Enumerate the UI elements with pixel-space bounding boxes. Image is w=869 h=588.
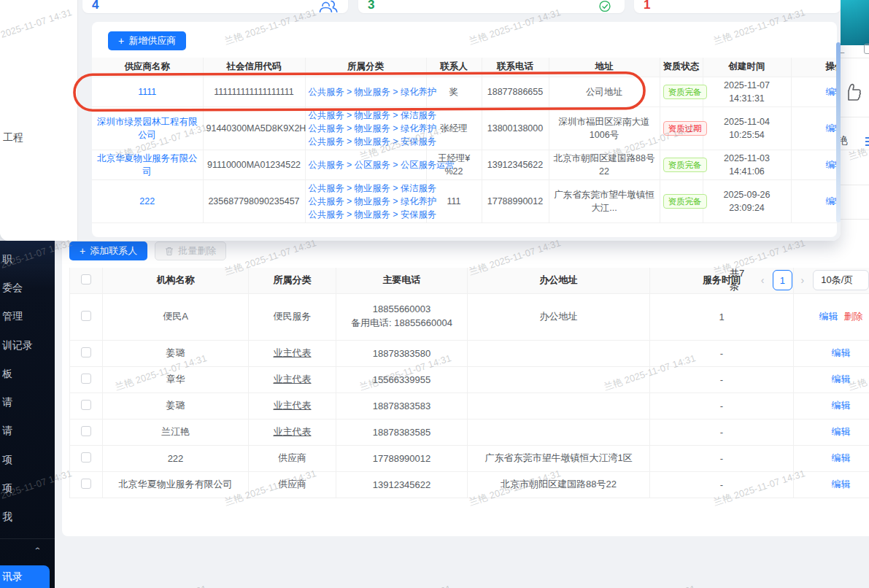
org-name: 姜璐 [103,392,249,419]
contact-row: 章华业主代表15566339955-编辑 [70,366,869,392]
check-circle-icon [597,0,613,12]
prev-page-button[interactable]: ‹ [760,274,766,286]
org-name: 便民A [103,293,249,340]
category-link[interactable]: 公共服务 > 物业服务 > 绿化养护 [309,85,423,98]
office-address [468,392,650,419]
primary-phone: 17788990012 [373,453,431,464]
status-badge: 资质过期 [663,121,707,136]
supplier-name-link[interactable]: 1111 [138,87,156,97]
service-time: - [650,471,794,498]
add-contact-button[interactable]: + 添加联系人 [69,241,147,260]
created-cell: 2025-11-07 14:31:31 [703,77,791,107]
supplier-row: 1111111111111111111111公共服务 > 物业服务 > 绿化养护… [92,77,837,107]
row-checkbox[interactable] [81,479,91,489]
sidebar-item[interactable]: 管理 [0,303,55,331]
phone-cell: 18877886655 [482,77,549,107]
office-address [468,340,650,366]
row-checkbox[interactable] [81,311,91,321]
sidebar-item[interactable]: 项 [0,446,55,474]
row-checkbox[interactable] [81,452,91,463]
edit-link[interactable]: 编辑 [826,196,838,206]
row-checkbox[interactable] [81,347,91,357]
address-cell: 公司地址 [549,77,660,107]
actions-cell: 编辑 [794,419,869,445]
row-checkbox[interactable] [81,426,91,436]
category-link[interactable]: 公共服务 > 物业服务 > 安保服务 [309,135,423,148]
category-cell: 供应商 [278,452,306,463]
edit-link[interactable]: 编辑 [832,426,851,437]
sidebar-collapse-button[interactable]: ⌃ [0,538,55,562]
window-icon[interactable] [864,44,869,54]
sidebar-item[interactable]: 请 [0,417,55,446]
category-cell: 业主代表 [274,426,312,437]
actions-cell: 编辑 [791,107,837,150]
supplier-column-header: 社会信用代码 [203,58,305,77]
edit-link[interactable]: 编辑 [819,311,838,322]
background-window-strip: – 艳 [836,0,869,241]
supplier-table-card: + 新增供应商 供应商名称社会信用代码所属分类联系人联系电话地址资质状态创建时间… [92,22,837,237]
sidebar-item[interactable]: 板 [0,360,55,388]
add-supplier-button[interactable]: + 新增供应商 [108,31,186,50]
edit-link[interactable]: 编辑 [826,160,838,170]
page-size-value: 10条/页 [821,274,853,287]
status-badge: 资质完备 [663,194,707,209]
supplier-name-link[interactable]: 222 [139,196,155,206]
batch-delete-button[interactable]: 批量删除 [155,241,226,260]
backup-phone: 备用电话: 18855660004 [339,317,464,330]
window-edge-glow [836,42,841,223]
contact-row: 北京华夏物业服务有限公司供应商13912345622北京市朝阳区建国路88号22… [70,471,869,498]
delete-link[interactable]: 删除 [844,311,863,322]
edit-link[interactable]: 编辑 [832,452,851,463]
row-checkbox[interactable] [81,400,91,410]
address-cell: 深圳市福田区深南大道1006号 [549,107,660,150]
sidebar-item-project[interactable]: 工程 [3,131,23,144]
office-address [468,366,650,392]
edit-link[interactable]: 编辑 [826,87,838,97]
status-badge: 资质完备 [663,158,707,172]
supplier-column-header: 资质状态 [660,58,703,77]
sidebar-item-active[interactable]: 讯录 [0,565,50,588]
actions-cell: 编辑 [794,471,869,498]
contact-row: 姜璐业主代表18878383580-编辑 [70,340,869,366]
sidebar-item[interactable]: 委会 [0,274,55,302]
status-badge: 资质完备 [663,85,707,99]
page-1-button[interactable]: 1 [773,270,792,290]
supplier-column-header: 供应商名称 [92,58,203,77]
office-address: 广东省东莞市望牛墩镇恒大江湾1区 [468,445,650,471]
add-contact-label: 添加联系人 [90,244,137,258]
category-link[interactable]: 公共服务 > 物业服务 > 保洁服务 [309,109,423,122]
sidebar-item[interactable]: 训记录 [0,331,55,360]
select-all-checkbox[interactable] [81,274,91,285]
edit-link[interactable]: 编辑 [832,374,851,384]
actions-cell: 编辑 [791,77,837,107]
list-icon [865,137,869,148]
edit-link[interactable]: 编辑 [832,347,851,358]
office-address: 北京市朝阳区建国路88号22 [468,471,650,498]
actions-cell: 编辑删除 [794,293,869,340]
edit-link[interactable]: 编辑 [832,479,851,490]
stat-card-complete: 3 [358,0,625,13]
category-link[interactable]: 公共服务 > 物业服务 > 保洁服务 [309,182,423,195]
page-size-select[interactable]: 10条/页 [813,270,869,290]
service-time: - [650,366,794,392]
category-link[interactable]: 公共服务 > 物业服务 > 绿化养护 [309,195,423,208]
teal-thumbnail [836,0,869,45]
actions-cell: 编辑 [791,179,837,223]
category-link[interactable]: 公共服务 > 公区服务 > 公区服务运营 [309,158,423,171]
edit-link[interactable]: 编辑 [826,123,838,134]
category-link[interactable]: 公共服务 > 物业服务 > 绿化养护 [309,122,423,135]
thumbs-up-icon[interactable] [843,82,862,102]
edit-link[interactable]: 编辑 [832,400,851,411]
row-checkbox[interactable] [81,374,91,384]
supplier-name-link[interactable]: 北京华夏物业服务有限公司 [97,153,198,177]
sidebar-item[interactable]: 我 [0,503,55,532]
primary-phone: 13912345622 [373,479,431,490]
supplier-name-link[interactable]: 深圳市绿景园林工程有限公司 [97,117,198,140]
next-page-button[interactable]: › [800,274,806,286]
sidebar-item[interactable]: 职 [0,245,55,274]
primary-phone: 18878383580 [373,348,431,359]
category-link[interactable]: 公共服务 > 物业服务 > 安保服务 [309,208,423,221]
supplier-column-header: 操作 [791,58,837,77]
sidebar-item[interactable]: 请 [0,388,55,417]
sidebar-item[interactable]: 项 [0,474,55,503]
